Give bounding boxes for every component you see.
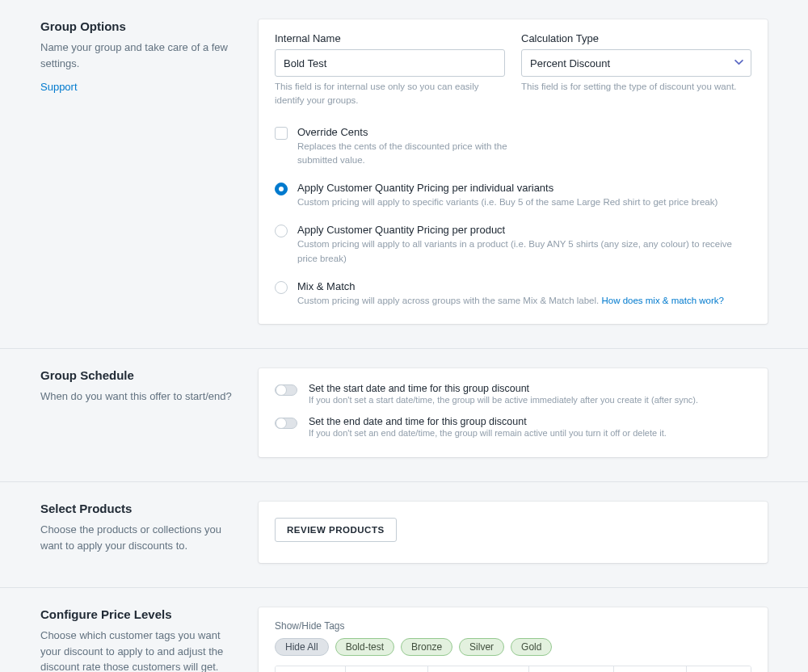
radio-icon[interactable] bbox=[275, 183, 288, 195]
price-levels-card: Show/Hide Tags Hide All Bold-test Bronze… bbox=[259, 607, 768, 672]
section-group-options: Group Options Name your group and take c… bbox=[0, 0, 808, 349]
option-override-cents[interactable]: Override Cents Replaces the cents of the… bbox=[275, 126, 751, 168]
price-levels-title: Configure Price Levels bbox=[40, 607, 242, 621]
tag-bold-test[interactable]: Bold-test bbox=[335, 638, 394, 656]
group-options-desc: Name your group and take care of a few s… bbox=[40, 40, 242, 71]
th-qty: Qty. bbox=[276, 666, 345, 672]
tag-bronze[interactable]: Bronze bbox=[401, 638, 452, 656]
sidebar-group-schedule: Group Schedule When do you want this off… bbox=[40, 368, 259, 457]
group-options-card: Internal Name This field is for internal… bbox=[259, 19, 768, 324]
th-default: default bbox=[345, 666, 427, 672]
option-title: Apply Customer Quantity Pricing per indi… bbox=[297, 182, 751, 194]
select-products-card: REVIEW PRODUCTS bbox=[259, 502, 768, 563]
option-desc: Custom pricing will apply to specific va… bbox=[297, 195, 751, 209]
price-table: Qty. default Bold-test Bronze Silver Gol… bbox=[275, 666, 751, 672]
toggle-title: Set the end date and time for this group… bbox=[309, 416, 751, 427]
toggle-switch[interactable] bbox=[275, 418, 297, 429]
calc-type-label: Calculation Type bbox=[521, 32, 751, 44]
option-title: Override Cents bbox=[297, 126, 507, 138]
options-list: Override Cents Replaces the cents of the… bbox=[275, 126, 751, 309]
calc-type-help: This field is for setting the type of di… bbox=[521, 80, 751, 94]
option-title: Mix & Match bbox=[297, 280, 751, 292]
group-schedule-desc: When do you want this offer to start/end… bbox=[40, 388, 242, 405]
internal-name-label: Internal Name bbox=[275, 32, 505, 44]
toggle-desc: If you don't set a start date/time, the … bbox=[309, 395, 751, 405]
price-levels-desc: Choose which customer tags you want your… bbox=[40, 628, 242, 672]
th-bronze: Bronze bbox=[529, 666, 614, 672]
toggle-start-date: Set the start date and time for this gro… bbox=[275, 380, 751, 408]
review-products-button[interactable]: REVIEW PRODUCTS bbox=[275, 518, 397, 542]
tags-label: Show/Hide Tags bbox=[275, 620, 751, 632]
toggle-end-date: Set the end date and time for this group… bbox=[275, 413, 751, 441]
th-silver: Silver bbox=[614, 666, 687, 672]
group-schedule-title: Group Schedule bbox=[40, 368, 242, 382]
tag-silver[interactable]: Silver bbox=[459, 638, 504, 656]
radio-icon[interactable] bbox=[275, 281, 288, 294]
checkbox-icon[interactable] bbox=[275, 127, 288, 140]
calc-type-select[interactable] bbox=[521, 49, 751, 77]
option-per-product[interactable]: Apply Customer Quantity Pricing per prod… bbox=[275, 224, 751, 266]
tag-hide-all[interactable]: Hide All bbox=[275, 638, 329, 656]
section-group-schedule: Group Schedule When do you want this off… bbox=[0, 349, 808, 482]
sidebar-select-products: Select Products Choose the products or c… bbox=[40, 502, 259, 563]
th-gold: Gold bbox=[687, 666, 751, 672]
section-price-levels: Configure Price Levels Choose which cust… bbox=[0, 588, 808, 672]
tags-row: Hide All Bold-test Bronze Silver Gold bbox=[275, 638, 751, 656]
sidebar-price-levels: Configure Price Levels Choose which cust… bbox=[40, 607, 259, 672]
option-title: Apply Customer Quantity Pricing per prod… bbox=[297, 224, 751, 236]
option-desc: Custom pricing will apply across groups … bbox=[297, 294, 751, 308]
th-boldtest: Bold-test bbox=[427, 666, 529, 672]
toggle-title: Set the start date and time for this gro… bbox=[309, 383, 751, 394]
select-products-desc: Choose the products or collections you w… bbox=[40, 522, 242, 553]
group-options-title: Group Options bbox=[40, 19, 242, 33]
mix-match-link[interactable]: How does mix & match work? bbox=[601, 296, 723, 305]
group-schedule-card: Set the start date and time for this gro… bbox=[259, 368, 768, 457]
option-mix-match[interactable]: Mix & Match Custom pricing will apply ac… bbox=[275, 280, 751, 308]
internal-name-help: This field is for internal use only so y… bbox=[275, 80, 505, 108]
toggle-switch[interactable] bbox=[275, 384, 297, 396]
support-link[interactable]: Support bbox=[40, 81, 78, 93]
section-select-products: Select Products Choose the products or c… bbox=[0, 482, 808, 588]
select-products-title: Select Products bbox=[40, 502, 242, 515]
option-desc: Custom pricing will apply to all variant… bbox=[297, 237, 751, 266]
internal-name-input[interactable] bbox=[275, 49, 505, 77]
tag-gold[interactable]: Gold bbox=[511, 638, 552, 656]
radio-icon[interactable] bbox=[275, 225, 288, 237]
option-desc: Replaces the cents of the discounted pri… bbox=[297, 140, 507, 168]
option-per-variants[interactable]: Apply Customer Quantity Pricing per indi… bbox=[275, 182, 751, 209]
toggle-desc: If you don't set an end date/time, the g… bbox=[309, 428, 751, 438]
sidebar-group-options: Group Options Name your group and take c… bbox=[40, 19, 259, 324]
